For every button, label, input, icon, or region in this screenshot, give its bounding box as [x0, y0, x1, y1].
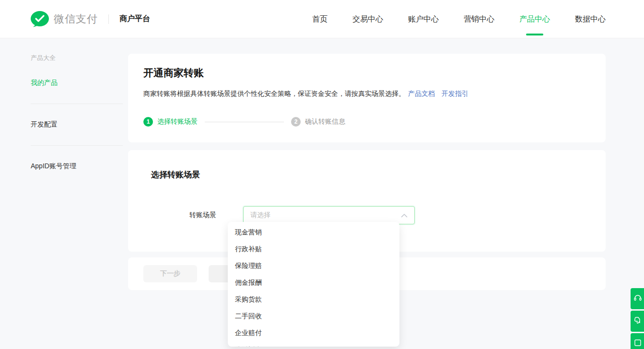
nav-item-marketing-center[interactable]: 营销中心 — [464, 11, 494, 28]
chevron-up-icon — [401, 213, 408, 218]
header-divider — [108, 14, 109, 24]
form-title: 选择转账场景 — [143, 169, 590, 180]
step-2: 2 确认转账信息 — [291, 117, 345, 127]
logo-text: 微信支付 — [54, 12, 98, 26]
sidebar-section-products[interactable]: 产品大全 — [31, 54, 128, 62]
product-doc-link[interactable]: 产品文档 — [408, 90, 435, 97]
page-description: 商家转账将根据具体转账场景提供个性化安全策略，保证资金安全，请按真实场景选择。 … — [143, 88, 590, 99]
sidebar-divider — [31, 104, 123, 104]
page-description-text: 商家转账将根据具体转账场景提供个性化安全策略，保证资金安全，请按真实场景选择。 — [143, 90, 405, 97]
select-placeholder: 请选择 — [250, 211, 401, 220]
dropdown-option-insurance-claim[interactable]: 保险理赔 — [228, 257, 399, 274]
top-header: 微信支付 商户平台 首页 交易中心 账户中心 营销中心 产品中心 数据中心 — [0, 0, 644, 38]
customer-service-icon — [633, 293, 642, 304]
more-widget-button[interactable] — [631, 333, 644, 349]
wechat-pay-logo-icon — [31, 11, 49, 27]
more-icon — [633, 338, 642, 349]
sidebar: 产品大全 我的产品 开发配置 AppID账号管理 — [0, 38, 128, 174]
sidebar-item-dev-config[interactable]: 开发配置 — [31, 116, 128, 133]
platform-name: 商户平台 — [119, 14, 150, 24]
thumb-feedback-icon — [633, 316, 642, 326]
nav-item-data-center[interactable]: 数据中心 — [575, 11, 606, 28]
dropdown-option-enterprise-compensation[interactable]: 企业赔付 — [228, 325, 399, 341]
top-nav: 首页 交易中心 账户中心 营销中心 产品中心 数据中心 — [312, 11, 606, 28]
step-2-circle: 2 — [291, 117, 301, 127]
step-1-circle: 1 — [143, 117, 153, 127]
step-indicator: 1 选择转账场景 2 确认转账信息 — [143, 117, 590, 127]
nav-item-transaction-center[interactable]: 交易中心 — [352, 11, 383, 28]
step-2-label: 确认转账信息 — [305, 117, 345, 126]
dropdown-option-distribution-rebate[interactable]: 分销返利 — [228, 341, 399, 347]
customer-service-button[interactable] — [631, 288, 644, 309]
transfer-scene-dropdown: 现金营销 行政补贴 保险理赔 佣金报酬 采购货款 二手回收 企业赔付 分销返利 — [228, 222, 399, 347]
step-1-label: 选择转账场景 — [157, 117, 198, 126]
next-step-button[interactable]: 下一步 — [143, 265, 197, 282]
intro-card: 开通商家转账 商家转账将根据具体转账场景提供个性化安全策略，保证资金安全，请按真… — [128, 54, 606, 142]
dropdown-option-procurement[interactable]: 采购货款 — [228, 291, 399, 308]
transfer-scene-label: 转账场景 — [189, 211, 243, 220]
feedback-button[interactable] — [631, 311, 644, 332]
page-title: 开通商家转账 — [143, 66, 590, 80]
dropdown-option-commission[interactable]: 佣金报酬 — [228, 274, 399, 291]
dropdown-option-admin-subsidy[interactable]: 行政补贴 — [228, 241, 399, 257]
dropdown-option-cash-marketing[interactable]: 现金营销 — [228, 224, 399, 241]
dropdown-option-secondhand-recycle[interactable]: 二手回收 — [228, 308, 399, 325]
sidebar-item-my-products[interactable]: 我的产品 — [31, 75, 128, 91]
floating-widget-bar — [631, 288, 644, 349]
dev-guide-link[interactable]: 开发指引 — [442, 90, 468, 97]
nav-item-account-center[interactable]: 账户中心 — [408, 11, 439, 28]
nav-item-home[interactable]: 首页 — [312, 11, 328, 28]
sidebar-item-appid-management[interactable]: AppID账号管理 — [31, 158, 128, 174]
step-1: 1 选择转账场景 — [143, 117, 198, 127]
nav-item-product-center[interactable]: 产品中心 — [519, 11, 550, 28]
wechat-pay-logo[interactable]: 微信支付 — [31, 11, 98, 27]
sidebar-divider — [31, 145, 123, 146]
step-connector-line — [205, 122, 284, 122]
